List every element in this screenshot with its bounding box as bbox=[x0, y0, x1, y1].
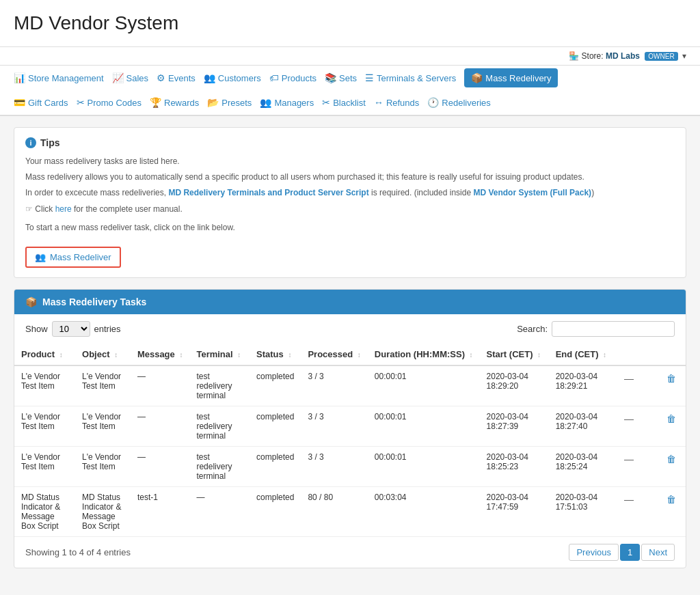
nav-item-store-management[interactable]: 📊Store Management bbox=[14, 68, 112, 87]
mass-redeliver-button[interactable]: 👥 Mass Redeliver bbox=[25, 247, 121, 268]
nav-icon-mass-redelivery: 📦 bbox=[471, 72, 483, 83]
action-dash-btn[interactable]: — bbox=[621, 372, 636, 385]
cell-action-empty bbox=[643, 446, 657, 486]
page-1-button[interactable]: 1 bbox=[620, 544, 640, 561]
delete-btn[interactable]: 🗑 bbox=[664, 412, 679, 426]
cell-terminal: — bbox=[189, 486, 250, 536]
nav-icon-presets: 📂 bbox=[207, 97, 219, 108]
cell-duration: 00:03:04 bbox=[368, 486, 480, 536]
bold-link-2[interactable]: MD Vendor System (Full Pack) bbox=[473, 188, 591, 197]
nav-item-blacklist[interactable]: ✂Blacklist bbox=[322, 93, 374, 112]
tips-title: i Tips bbox=[25, 137, 675, 148]
nav-item-sets[interactable]: 📚Sets bbox=[325, 68, 365, 87]
cell-message: — bbox=[131, 446, 190, 486]
action-dash-btn[interactable]: — bbox=[621, 412, 636, 426]
cell-start-cet: 2020-03-04 17:47:59 bbox=[480, 486, 549, 536]
bold-link-1[interactable]: MD Redelivery Terminals and Product Serv… bbox=[168, 188, 368, 197]
nav-item-rewards[interactable]: 🏆Rewards bbox=[150, 93, 207, 112]
search-input[interactable] bbox=[552, 321, 675, 337]
dash-icon: — bbox=[624, 373, 634, 384]
sort-icon-processed: ↕ bbox=[358, 351, 361, 359]
nav-icon-sets: 📚 bbox=[325, 72, 336, 83]
nav-icon-managers: 👥 bbox=[260, 97, 271, 108]
nav-icon-products: 🏷 bbox=[269, 72, 279, 83]
cell-end-cet: 2020-03-04 18:27:40 bbox=[549, 406, 615, 446]
navigation: 📊Store Management📈Sales⚙Events👥Customers… bbox=[0, 66, 700, 116]
table-footer: Showing 1 to 4 of 4 entries Previous 1 N… bbox=[14, 537, 686, 568]
nav-item-customers[interactable]: 👥Customers bbox=[204, 68, 269, 87]
pagination: Previous 1 Next bbox=[569, 544, 675, 561]
nav-item-mass-redelivery[interactable]: 📦Mass Redelivery bbox=[464, 68, 558, 87]
cell-product: L'e Vendor Test Item bbox=[14, 406, 75, 446]
nav-icon-terminals-servers: ☰ bbox=[365, 72, 374, 83]
table-section: 📦 Mass Redelivery Tasks Show 10 25 50 10… bbox=[14, 289, 686, 568]
cell-processed: 3 / 3 bbox=[301, 365, 367, 406]
col-header-end-cet[interactable]: End (CET) ↕ bbox=[549, 344, 615, 365]
store-dropdown-arrow[interactable]: ▾ bbox=[682, 51, 686, 61]
store-name: MD Labs bbox=[606, 51, 640, 61]
delete-btn[interactable]: 🗑 bbox=[664, 372, 679, 385]
showing-text: Showing 1 to 4 of 4 entries bbox=[25, 547, 131, 557]
table-header-icon: 📦 bbox=[25, 296, 37, 307]
table-body: L'e Vendor Test ItemL'e Vendor Test Item… bbox=[14, 365, 686, 537]
cell-object: L'e Vendor Test Item bbox=[75, 406, 131, 446]
action-dash-btn[interactable]: — bbox=[621, 452, 636, 466]
store-label: Store: bbox=[582, 51, 604, 61]
cell-object: L'e Vendor Test Item bbox=[75, 446, 131, 486]
next-button[interactable]: Next bbox=[641, 544, 675, 561]
entries-select[interactable]: 10 25 50 100 bbox=[52, 321, 90, 337]
nav-row-1: 📊Store Management📈Sales⚙Events👥Customers… bbox=[14, 66, 686, 90]
app-header: MD Vendor System bbox=[0, 0, 700, 47]
col-header-object[interactable]: Object ↕ bbox=[75, 344, 131, 365]
search-label: Search: bbox=[517, 324, 548, 334]
nav-item-presets[interactable]: 📂Presets bbox=[207, 93, 260, 112]
cell-start-cet: 2020-03-04 18:27:39 bbox=[480, 406, 549, 446]
col-header-action1 bbox=[615, 344, 643, 365]
nav-icon-events: ⚙ bbox=[157, 72, 165, 83]
redelivery-tasks-table: Product ↕Object ↕Message ↕Terminal ↕Stat… bbox=[14, 344, 686, 537]
cell-end-cet: 2020-03-04 18:25:24 bbox=[549, 446, 615, 486]
nav-item-managers[interactable]: 👥Managers bbox=[260, 93, 322, 112]
delete-btn[interactable]: 🗑 bbox=[664, 452, 679, 466]
nav-icon-sales: 📈 bbox=[112, 72, 124, 83]
action-dash-btn[interactable]: — bbox=[621, 493, 636, 506]
nav-item-promo-codes[interactable]: ✂Promo Codes bbox=[77, 93, 150, 112]
sort-icon-object: ↕ bbox=[114, 351, 118, 359]
cell-message: test-1 bbox=[131, 486, 190, 536]
nav-icon-blacklist: ✂ bbox=[322, 97, 330, 108]
nav-item-products[interactable]: 🏷Products bbox=[269, 68, 325, 87]
here-link[interactable]: here bbox=[55, 204, 72, 214]
nav-item-terminals-servers[interactable]: ☰Terminals & Servers bbox=[365, 68, 464, 87]
tips-line-5: To start a new mass redeliver task, clic… bbox=[25, 221, 675, 234]
sort-icon-duration: ↕ bbox=[470, 351, 473, 359]
cell-action-empty bbox=[643, 406, 657, 446]
col-header-start-cet[interactable]: Start (CET) ↕ bbox=[480, 344, 549, 365]
table-controls: Show 10 25 50 100 entries Search: bbox=[14, 314, 686, 344]
tips-line-1: Your mass redelivery tasks are listed he… bbox=[25, 155, 675, 168]
previous-button[interactable]: Previous bbox=[569, 544, 619, 561]
store-icon: 🏪 bbox=[569, 51, 579, 61]
col-header-processed[interactable]: Processed ↕ bbox=[301, 344, 367, 365]
cell-action-delete: 🗑 bbox=[657, 486, 686, 536]
delete-btn[interactable]: 🗑 bbox=[664, 493, 679, 506]
sort-icon-terminal: ↕ bbox=[237, 351, 241, 359]
col-header-terminal[interactable]: Terminal ↕ bbox=[189, 344, 250, 365]
cell-end-cet: 2020-03-04 17:51:03 bbox=[549, 486, 615, 536]
col-header-product[interactable]: Product ↕ bbox=[14, 344, 75, 365]
col-header-duration[interactable]: Duration (HH:MM:SS) ↕ bbox=[368, 344, 480, 365]
trash-icon: 🗑 bbox=[667, 413, 676, 424]
nav-item-gift-cards[interactable]: 💳Gift Cards bbox=[14, 93, 77, 112]
nav-icon-gift-cards: 💳 bbox=[14, 97, 25, 108]
tips-icon: i bbox=[25, 137, 36, 148]
cell-action-dash: — bbox=[615, 365, 643, 406]
cell-action-delete: 🗑 bbox=[657, 365, 686, 406]
nav-item-sales[interactable]: 📈Sales bbox=[112, 68, 157, 87]
nav-item-events[interactable]: ⚙Events bbox=[157, 68, 204, 87]
table-row: L'e Vendor Test ItemL'e Vendor Test Item… bbox=[14, 406, 686, 446]
cell-terminal: test redelivery terminal bbox=[189, 365, 250, 406]
col-header-message[interactable]: Message ↕ bbox=[131, 344, 190, 365]
nav-item-redeliveries[interactable]: 🕐Redeliveries bbox=[427, 93, 499, 112]
cell-terminal: test redelivery terminal bbox=[189, 406, 250, 446]
col-header-status[interactable]: Status ↕ bbox=[250, 344, 301, 365]
nav-item-refunds[interactable]: ↔Refunds bbox=[374, 93, 427, 112]
